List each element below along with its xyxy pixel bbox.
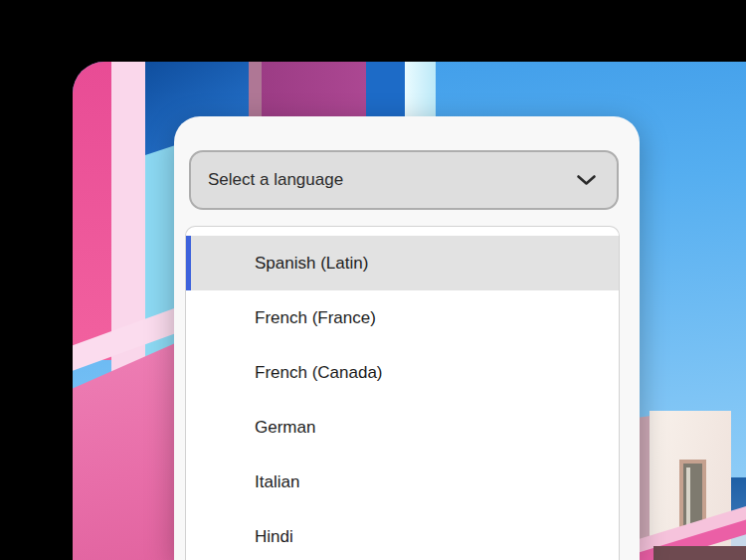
- option-label: German: [255, 418, 315, 438]
- option-label: Italian: [255, 472, 299, 492]
- language-selector-card: Select a language Spanish (Latin) French…: [174, 116, 640, 560]
- picker-label: Select a language: [208, 170, 343, 190]
- language-picker-button[interactable]: Select a language: [189, 150, 619, 210]
- option-label: Hindi: [255, 527, 293, 547]
- chevron-down-icon: [576, 174, 597, 186]
- option-german[interactable]: German: [186, 400, 619, 455]
- option-label: French (Canada): [255, 363, 383, 383]
- photo-hot-pink-stripe: [73, 62, 112, 360]
- language-listbox: Spanish (Latin) French (France) French (…: [185, 226, 620, 560]
- option-french-france[interactable]: French (France): [186, 290, 619, 345]
- photo-pale-cyan-stripe: [405, 62, 436, 119]
- option-french-canada[interactable]: French (Canada): [186, 345, 619, 400]
- option-hindi[interactable]: Hindi: [186, 509, 619, 560]
- option-spanish-latin[interactable]: Spanish (Latin): [186, 236, 619, 290]
- photo-blue-stripe: [366, 62, 405, 119]
- photo-mauve-stripe: [249, 62, 262, 119]
- photo-roof-edge: [653, 546, 746, 560]
- option-italian[interactable]: Italian: [186, 455, 619, 509]
- option-label: French (France): [255, 308, 376, 328]
- photo-pink-wall: [73, 340, 182, 560]
- photo-magenta-block: [262, 62, 366, 119]
- option-label: Spanish (Latin): [255, 254, 368, 274]
